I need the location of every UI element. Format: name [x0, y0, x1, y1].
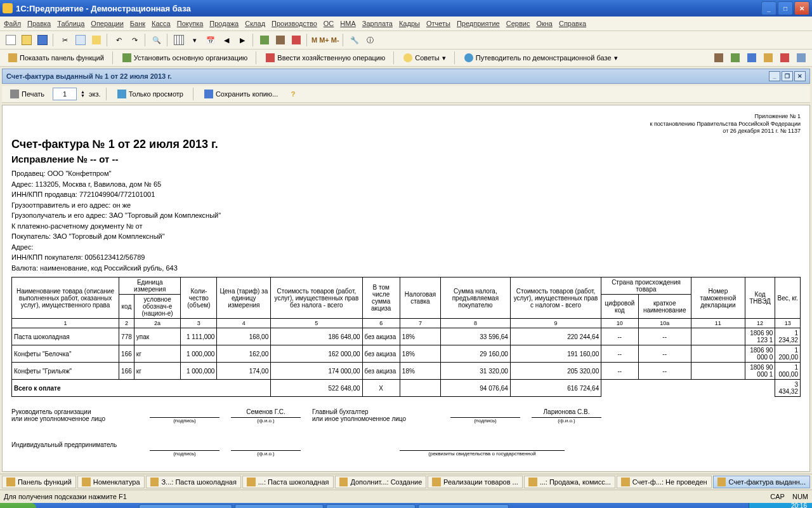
quicklaunch-icon[interactable]	[39, 505, 51, 508]
menu-item[interactable]: Операции	[91, 20, 123, 27]
save-copy-button[interactable]: Сохранить копию...	[200, 88, 282, 100]
minimize-button[interactable]: _	[761, 1, 776, 15]
table-row: Конфеты "Белочка"166кг1 000,000162,00162…	[12, 345, 801, 363]
window-tab[interactable]: ...: Продажа, комисс...	[524, 476, 615, 488]
panel-icon-5[interactable]	[778, 51, 792, 65]
calendar-icon[interactable]: 📅	[204, 33, 218, 47]
panel-icon-4[interactable]	[761, 51, 775, 65]
window-tab[interactable]: ...: Паста шоколадная	[242, 476, 334, 488]
undo-icon[interactable]: ↶	[112, 33, 126, 47]
nav-fwd-icon[interactable]: ▶	[235, 33, 249, 47]
table-row: Конфеты "Грильяж"166кг1 000,000174,00174…	[12, 363, 801, 380]
menu-bar: ФайлПравкаТаблицаОперацииБанкКассаПокупк…	[0, 17, 812, 31]
status-bar: Для получения подсказки нажмите F1 CAP N…	[0, 490, 812, 503]
dropdown-icon[interactable]: ▾	[188, 33, 202, 47]
main-toolbar: ✂ ↶ ↷ 🔍 ▾ 📅 ◀ ▶ M M+ M- 🔧 ⓘ	[0, 31, 812, 50]
menu-item[interactable]: Производство	[272, 20, 317, 27]
doc-close-button[interactable]: ✕	[794, 71, 806, 81]
menu-item[interactable]: Кадры	[399, 20, 420, 27]
view-only-button[interactable]: Только просмотр	[113, 88, 188, 100]
quicklaunch-icon[interactable]	[81, 505, 93, 508]
window-tab[interactable]: Реализации товаров ...	[428, 476, 523, 488]
panel-icon-6[interactable]	[794, 51, 808, 65]
menu-item[interactable]: Склад	[245, 20, 265, 27]
m-button[interactable]: M	[311, 36, 317, 44]
show-panel-button[interactable]: Показать панель функций	[4, 51, 108, 64]
system-tray[interactable]: 🔊 🛡 20:16 пятница 26.07.2013	[749, 503, 812, 508]
menu-item[interactable]: Покупка	[177, 20, 204, 27]
enter-operation-button[interactable]: Ввести хозяйственную операцию	[261, 51, 390, 64]
save-icon[interactable]	[36, 33, 49, 47]
info-icon[interactable]: ⓘ	[363, 33, 377, 47]
correction-title: Исправление № -- от --	[11, 154, 801, 164]
quicklaunch-icon[interactable]	[122, 505, 135, 508]
cap-indicator: CAP	[770, 493, 785, 500]
calc-icon[interactable]	[258, 33, 272, 47]
doc-restore-button[interactable]: ❐	[782, 71, 793, 81]
quicklaunch-icon[interactable]	[53, 505, 65, 508]
redo-icon[interactable]: ↷	[128, 33, 141, 47]
doc-line: Адрес:	[11, 242, 801, 253]
window-tab[interactable]: Счет-фактура выданн...	[713, 476, 810, 488]
menu-item[interactable]: Правка	[27, 20, 51, 27]
doc-line: Грузополучатель и его адрес: ЗАО "Торгов…	[11, 210, 801, 221]
menu-item[interactable]: Продажа	[209, 20, 239, 27]
quicklaunch-icon[interactable]	[67, 505, 79, 508]
menu-item[interactable]: Окна	[536, 20, 553, 27]
menu-item[interactable]: Касса	[152, 20, 171, 27]
menu-item[interactable]: ОС	[324, 20, 334, 27]
panel-icon-2[interactable]	[728, 51, 742, 65]
menu-item[interactable]: НМА	[340, 20, 355, 27]
search-icon[interactable]: 🔍	[150, 33, 164, 47]
window-tab[interactable]: З...: Паста шоколадная	[146, 476, 241, 488]
quicklaunch-icon[interactable]	[108, 505, 121, 508]
set-org-button[interactable]: Установить основную организацию	[118, 51, 252, 64]
menu-item[interactable]: Предприятие	[457, 20, 500, 27]
quicklaunch-icon[interactable]	[95, 505, 107, 508]
tool-icon[interactable]	[273, 33, 287, 47]
window-tab[interactable]: Панель функций	[2, 476, 76, 488]
menu-item[interactable]: Справка	[559, 20, 586, 27]
menu-item[interactable]: Банк	[130, 20, 145, 27]
menu-item[interactable]: Зарплата	[362, 20, 393, 27]
note-line: к постановлению Правительства Российской…	[11, 121, 801, 128]
window-tab[interactable]: Счет-ф...: Не проведен	[617, 476, 712, 488]
new-doc-icon[interactable]	[4, 33, 18, 47]
panel-icon-1[interactable]	[712, 51, 726, 65]
copies-down[interactable]: ▼	[81, 94, 85, 98]
advice-button[interactable]: Советы▾	[399, 51, 450, 64]
nav-back-icon[interactable]: ◀	[219, 33, 233, 47]
copy-icon[interactable]	[74, 33, 88, 47]
menu-item[interactable]: Сервис	[506, 20, 530, 27]
doc-line: ИНН/КПП продавца: 7721049904/772101001	[11, 189, 801, 200]
window-tab[interactable]: Дополнит...: Создание	[335, 476, 427, 488]
menu-item[interactable]: Таблица	[57, 20, 84, 27]
window-tabs: Панель функцийНоменклатураЗ...: Паста шо…	[0, 474, 812, 490]
guide-button[interactable]: Путеводитель по демонстрационной базе▾	[460, 51, 622, 64]
taskbar-task[interactable]: Total Commander 6.0...	[139, 504, 232, 508]
cut-icon[interactable]: ✂	[58, 33, 72, 47]
panel-icon-3[interactable]	[745, 51, 759, 65]
close-button[interactable]: ✕	[794, 1, 809, 15]
paste-icon[interactable]	[89, 33, 103, 47]
taskbar-task[interactable]: Конфигуратор - Бух...	[326, 504, 416, 508]
doc-minimize-button[interactable]: _	[769, 71, 780, 81]
taskbar-task[interactable]: 1С:Предприятие - Б...	[418, 504, 509, 508]
taskbar-task[interactable]: Запуск 1С:Предпри...	[235, 504, 324, 508]
wrench-icon[interactable]: 🔧	[348, 33, 362, 47]
window-tab[interactable]: Номенклатура	[77, 476, 145, 488]
doc-line: ИНН/КПП покупателя: 0056123412/56789	[11, 252, 801, 263]
help-icon[interactable]: ?	[286, 87, 300, 101]
app-icon	[3, 3, 13, 13]
menu-item[interactable]: Отчеты	[426, 20, 450, 27]
print-button[interactable]: Печать	[6, 88, 49, 100]
maximize-button[interactable]: □	[778, 1, 793, 15]
grid-icon[interactable]	[172, 33, 186, 47]
menu-item[interactable]: Файл	[4, 20, 21, 27]
open-icon[interactable]	[20, 33, 34, 47]
date-icon[interactable]	[289, 33, 303, 47]
m-minus-button[interactable]: M-	[331, 36, 339, 44]
copies-input[interactable]	[53, 88, 77, 100]
m-plus-button[interactable]: M+	[319, 36, 329, 44]
start-button[interactable]: пуск	[0, 503, 36, 508]
